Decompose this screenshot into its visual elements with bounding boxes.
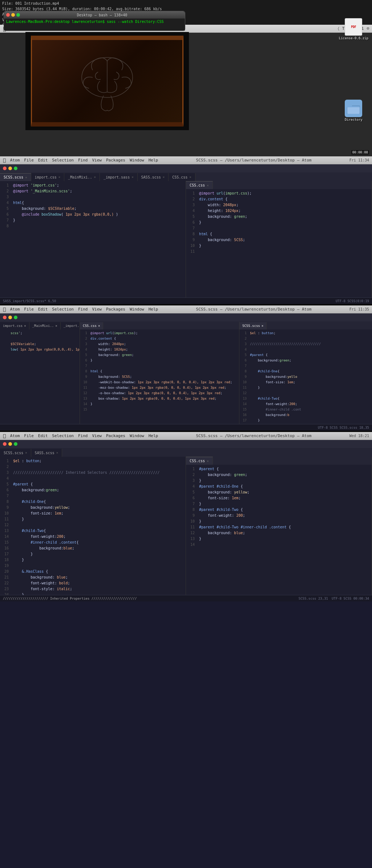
editor1-right-code[interactable]: 12345 67891011 @import url(import.css); … [186,189,372,297]
editor2-pane1: CSS.css × 12345 678910 1112131415 @impor… [80,321,239,424]
editor3-minimize[interactable] [8,442,12,446]
menu-view[interactable]: View [92,158,102,163]
editor3-right-tab[interactable]: CSS.css × [186,457,213,465]
editor1-right-pane: CSS.css × 12345 67891011 @import url(imp… [186,181,372,297]
tab-close-csscss[interactable]: × [189,175,191,179]
pane0-tab3[interactable]: _import.sass × [61,322,80,329]
pane2-tab[interactable]: SCSS.scss × [239,322,267,329]
tab-scss-scss[interactable]: SCSS.scss × [0,173,31,181]
editor3-right-code[interactable]: 12345 678910 11121314 #parent { backgrou… [186,465,372,595]
pane1-content[interactable]: @import url(import.css); div.content { w… [89,329,239,424]
menu3-help[interactable]: Help [149,433,158,438]
pane0-code[interactable]: scss'; $SCSVariable; low( 1px 2px 3px rg… [0,329,80,424]
editor2-maximize[interactable] [14,316,17,319]
desktop-icon-zip[interactable]: PDF License-0.6.zip [339,18,368,40]
pane0-tab2-close[interactable]: × [55,324,57,328]
menu2-find[interactable]: Find [78,307,88,312]
editor3-close[interactable] [3,442,7,446]
pane0-tab2[interactable]: _MainMixi.. × [29,322,61,329]
menu3-file[interactable]: File [24,433,34,438]
pane1-tab[interactable]: CSS.css × [80,322,103,329]
menu-packages[interactable]: Packages [106,158,125,163]
tab-css-css[interactable]: CSS.css × [169,173,195,181]
tab-close-sassscss[interactable]: × [163,175,165,179]
tab3-scss-close[interactable]: × [25,451,27,455]
tab3-scss[interactable]: SCSS.scss × [0,449,31,457]
pane2-code[interactable]: 12345 678910 1112131415 1617181920 21222… [239,329,372,424]
atom-apple-2[interactable]:  [3,307,6,312]
right-tab-css[interactable]: CSS.css × [186,181,213,189]
code-left[interactable]: @import 'import.css'; @import '_MainMixi… [11,181,186,297]
tab-import-css[interactable]: import.css × [31,173,65,181]
editor1-maximize[interactable] [14,167,17,170]
menu2-view[interactable]: View [92,307,102,312]
editor1-clock: Fri 11:34 [349,158,369,162]
svg-rect-3 [347,107,360,114]
minimize-button[interactable] [11,13,15,17]
menu-atom[interactable]: Atom [10,158,20,163]
menu2-selection[interactable]: Selection [52,307,74,312]
pane2-tab-label: SCSS.scss [242,324,260,328]
tab-import-sass[interactable]: _import.sass × [100,173,138,181]
tab3-sass[interactable]: SASS.scss × [31,449,62,457]
menu3-window[interactable]: Window [130,433,144,438]
pane0-tab-close[interactable]: × [24,324,26,328]
editor1-minimize[interactable] [8,167,12,170]
editor3-right-content[interactable]: #parent { background: green; } #parent #… [197,465,372,595]
menu-edit[interactable]: Edit [38,158,48,163]
editor3-left-code[interactable]: 12345 678910 1112131415 1617181920 21222… [0,457,186,595]
editor2-minimize[interactable] [8,316,12,319]
editor3-right-tab-close[interactable]: × [207,459,209,463]
menu2-window[interactable]: Window [130,307,144,312]
pane1-tab-close[interactable]: × [98,324,100,328]
menu-selection[interactable]: Selection [52,158,74,163]
close-button[interactable] [6,13,10,17]
right-tab-close[interactable]: × [207,184,209,187]
menu2-edit[interactable]: Edit [38,307,48,312]
tab-close-importscss[interactable]: × [132,175,133,179]
menu3-edit[interactable]: Edit [38,433,48,438]
menu3-packages[interactable]: Packages [106,433,125,438]
pane0-tab[interactable]: import.css × [0,322,29,329]
menu3-view[interactable]: View [92,433,102,438]
tab-close-scss[interactable]: × [25,176,27,179]
menu2-atom[interactable]: Atom [10,307,20,312]
editor3-left-content[interactable]: $el : button; /////////////////////// In… [11,457,186,595]
atom-apple-3[interactable]:  [3,433,6,439]
menu-find[interactable]: Find [78,158,88,163]
video-player[interactable] [25,32,189,130]
editor1-tabbar: SCSS.scss × import.css × _MainMixi.. × _… [0,172,372,181]
tab3-sass-close[interactable]: × [56,451,58,455]
maximize-button[interactable] [16,13,20,17]
tab-close-mainmixi[interactable]: × [94,175,96,179]
pane2-tab-close[interactable]: × [262,324,263,328]
atom-apple[interactable]:  [3,157,6,163]
editor2-menubar:  Atom File Edit Selection Find View Pac… [0,305,372,313]
menu-file[interactable]: File [24,158,34,163]
menu-help[interactable]: Help [149,158,158,163]
editor2-statusbar: UTF-8 SCSS SCSS.scss 18,35 [0,424,372,431]
pane1-code[interactable]: 12345 678910 1112131415 @import url(impo… [80,329,239,424]
menu2-file[interactable]: File [24,307,34,312]
terminal-title: Desktop — bash — 138×40 [21,13,183,17]
right-tab-label: CSS.css [190,183,205,187]
editor1-titlebar [0,164,372,172]
editor1-left-code[interactable]: 12345 678 @import 'import.css'; @import … [0,181,186,297]
editor3-maximize[interactable] [14,442,17,446]
desktop-icon-dir[interactable]: Directory [345,100,363,121]
menu2-help[interactable]: Help [149,307,158,312]
pane0-tab-label2: _MainMixi.. [32,324,54,328]
editor1-close[interactable] [3,167,7,170]
menu3-selection[interactable]: Selection [52,433,74,438]
menu2-packages[interactable]: Packages [106,307,125,312]
menu3-find[interactable]: Find [78,433,88,438]
editor2-close[interactable] [3,316,7,319]
tab-sass-scss[interactable]: SASS.scss × [138,173,169,181]
pane0-content[interactable]: scss'; $SCSVariable; low( 1px 2px 3px rg… [9,329,80,424]
menu-window[interactable]: Window [130,158,144,163]
pane2-content[interactable]: $el : button; //////////////////////////… [248,329,372,424]
menu3-atom[interactable]: Atom [10,433,20,438]
tab-mainmixi[interactable]: _MainMixi.. × [64,173,100,181]
code-right[interactable]: @import url(import.css); div.content { w… [197,189,372,297]
tab-close-import[interactable]: × [58,175,60,179]
